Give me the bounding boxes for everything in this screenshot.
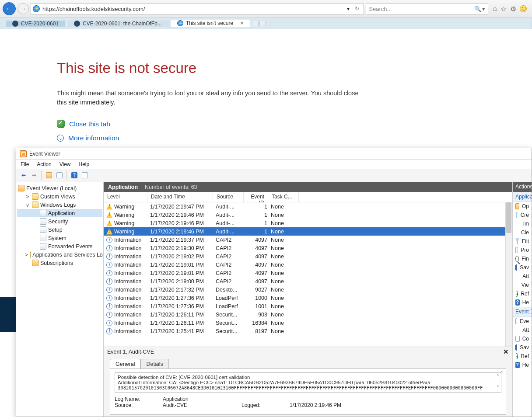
scroll-down-icon[interactable]: ˅ <box>497 385 499 391</box>
tab-chainoffools[interactable]: CVE-2020-0601: the ChainOfFo... <box>68 21 168 27</box>
info-icon: i <box>106 245 112 251</box>
task-category-text: None <box>271 287 301 293</box>
action-im[interactable]: Im <box>513 219 532 228</box>
show-hide-tree-icon[interactable] <box>44 170 54 180</box>
browser-right-icons: ⌂ ☆ ⚙ <box>490 5 529 13</box>
search-box[interactable]: Search... 🔍▾ <box>366 3 488 14</box>
col-datetime[interactable]: Date and Time <box>147 192 213 202</box>
action-ref[interactable]: Ref <box>513 352 532 361</box>
event-row[interactable]: iInformation1/17/2020 1:25:41 PMSecurit.… <box>104 327 512 335</box>
event-id-text: 1 <box>246 204 271 210</box>
col-source[interactable]: Source <box>213 192 244 202</box>
event-row[interactable]: iInformation1/17/2020 2:17:32 PMDeskto..… <box>104 285 512 294</box>
tree-root[interactable]: Event Viewer (Local) <box>17 184 102 192</box>
action-op[interactable]: Op <box>513 202 532 211</box>
tree-item-subscriptions[interactable]: Subscriptions <box>17 259 102 267</box>
event-row[interactable]: iInformation1/17/2020 1:26:11 PMSecurit.… <box>104 319 512 327</box>
action-sav[interactable]: Sav <box>513 263 532 272</box>
action-cle[interactable]: Cle <box>513 228 532 237</box>
action-cre[interactable]: Cre <box>513 211 532 219</box>
info-icon: i <box>106 278 112 285</box>
action-ref[interactable]: Ref <box>513 289 532 298</box>
error-message: This might mean that someone's trying to… <box>57 89 363 107</box>
action-eve[interactable]: Eve <box>513 317 532 326</box>
feedback-icon[interactable] <box>520 5 527 12</box>
favorites-icon[interactable]: ☆ <box>500 5 507 13</box>
action-filt[interactable]: Filt <box>513 237 532 246</box>
tab-details[interactable]: Details <box>140 359 168 369</box>
action-sav[interactable]: Sav <box>513 343 532 352</box>
event-row[interactable]: iInformation1/17/2020 1:27:36 PMLoadPerf… <box>104 294 512 302</box>
tree-item-forwarded-events[interactable]: Forwarded Events <box>17 242 102 250</box>
search-icon[interactable]: 🔍▾ <box>474 6 485 12</box>
menu-view[interactable]: View <box>60 161 71 167</box>
event-row[interactable]: Warning1/17/2020 2:19:47 PMAudit-...1Non… <box>104 202 512 211</box>
close-tab-link[interactable]: Close this tab <box>69 120 110 128</box>
tab-cve-2020-0601[interactable]: CVE-2020-0601 <box>6 21 65 27</box>
action-fin[interactable]: Fin <box>513 254 532 263</box>
scroll-thumb[interactable] <box>506 202 511 233</box>
col-event-id[interactable]: Event ID <box>244 192 268 202</box>
back-button[interactable]: ← <box>3 2 16 15</box>
tree-item-application[interactable]: Application <box>17 209 102 217</box>
task-category-text: None <box>271 278 301 285</box>
event-row[interactable]: Warning1/17/2020 2:19:46 PMAudit-...1Non… <box>104 219 512 227</box>
home-icon[interactable]: ⌂ <box>493 5 497 13</box>
event-row[interactable]: iInformation1/17/2020 2:19:01 PMCAPI2409… <box>104 261 512 269</box>
tree-item-system[interactable]: System <box>17 234 102 242</box>
tools-icon[interactable]: ⚙ <box>510 5 516 13</box>
event-row[interactable]: Warning1/17/2020 2:19:46 PMAudit-...1Non… <box>104 227 512 236</box>
event-row[interactable]: iInformation1/17/2020 1:26:11 PMSecurit.… <box>104 310 512 319</box>
expand-icon[interactable]: > <box>25 252 28 258</box>
more-info-link[interactable]: More information <box>68 134 119 142</box>
action-label: Cre <box>521 212 529 218</box>
tree-item-security[interactable]: Security <box>17 217 102 226</box>
menu-file[interactable]: File <box>21 161 29 167</box>
col-task-category[interactable]: Task C... <box>268 192 299 202</box>
tree-item-setup[interactable]: Setup <box>17 226 102 234</box>
url-dropdown-icon[interactable]: ▾ <box>347 6 350 12</box>
action-he[interactable]: ?He <box>513 361 532 369</box>
close-icon[interactable]: × <box>240 20 244 27</box>
action-he[interactable]: ?He <box>513 298 532 307</box>
event-row[interactable]: iInformation1/17/2020 2:19:01 PMCAPI2409… <box>104 269 512 277</box>
tree-item-windows-logs[interactable]: vWindows Logs <box>17 201 102 209</box>
help-icon[interactable]: ? <box>70 170 79 180</box>
preview-pane-icon[interactable] <box>80 170 90 180</box>
menu-help[interactable]: Help <box>79 161 90 167</box>
properties-icon[interactable] <box>55 170 64 180</box>
forward-button[interactable]: → <box>18 3 29 14</box>
action-vie[interactable]: Vie <box>513 281 532 289</box>
action-co[interactable]: Co <box>513 334 532 343</box>
background-window-edge <box>0 297 16 332</box>
tab-general[interactable]: General <box>110 359 140 369</box>
event-row[interactable]: iInformation1/17/2020 1:27:36 PMLoadPerf… <box>104 302 512 310</box>
col-level[interactable]: Level <box>104 192 147 202</box>
action-att[interactable]: Att <box>513 326 532 334</box>
action-pro[interactable]: Pro <box>513 246 532 254</box>
tree-item-applications-and-services-lo[interactable]: >Applications and Services Lo <box>17 250 102 259</box>
nav-back-icon[interactable]: ⬅ <box>19 170 28 180</box>
menu-action[interactable]: Action <box>37 161 51 167</box>
address-bar[interactable]: https://chainoffools.kudelskisecurity.co… <box>31 3 364 14</box>
scroll-up-icon[interactable]: ˄ <box>497 374 499 380</box>
nav-forward-icon[interactable]: ➡ <box>29 170 39 180</box>
action-att[interactable]: Att <box>513 272 532 281</box>
list-title: Application <box>108 184 138 190</box>
more-info-row: ⌄ More information <box>57 134 532 142</box>
event-row[interactable]: Warning1/17/2020 2:19:46 PMAudit-...1Non… <box>104 211 512 219</box>
scrollbar[interactable] <box>505 202 512 347</box>
datetime-text: 1/17/2020 2:19:46 PM <box>150 229 216 235</box>
tree-item-custom-views[interactable]: >Custom Views <box>17 192 102 201</box>
event-row[interactable]: iInformation1/17/2020 2:19:30 PMCAPI2409… <box>104 244 512 252</box>
refresh-icon[interactable]: ↻ <box>352 6 362 12</box>
event-row[interactable]: iInformation1/17/2020 2:19:02 PMCAPI2409… <box>104 252 512 261</box>
tab-not-secure[interactable]: This site isn't secure × <box>171 20 251 27</box>
event-row[interactable]: iInformation1/17/2020 2:19:37 PMCAPI2409… <box>104 236 512 244</box>
source-text: LoadPerf <box>216 303 246 309</box>
new-tab-button[interactable] <box>253 21 266 26</box>
expand-icon[interactable]: v <box>25 202 30 208</box>
event-row[interactable]: iInformation1/17/2020 2:19:00 PMCAPI2409… <box>104 277 512 285</box>
close-icon[interactable]: ✕ <box>503 348 509 356</box>
expand-icon[interactable]: > <box>25 194 30 200</box>
